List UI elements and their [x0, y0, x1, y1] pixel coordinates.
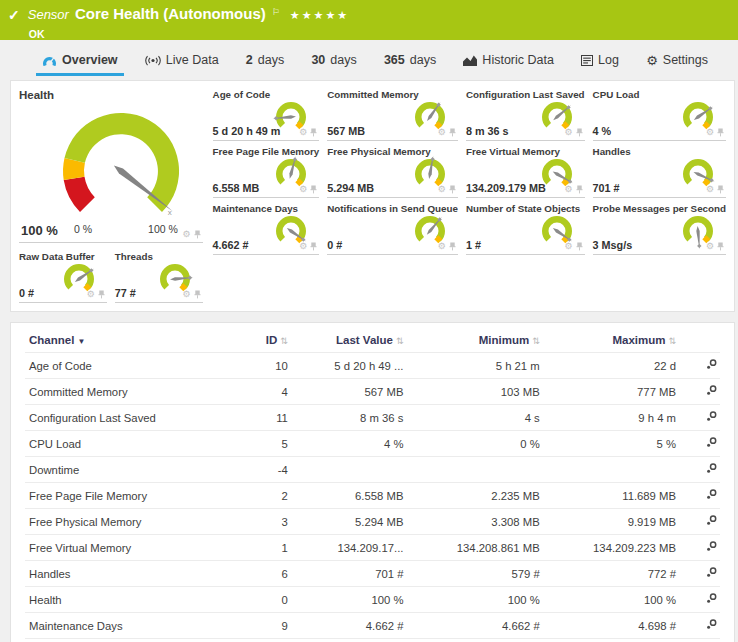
priority-stars[interactable]: ★★★★★ [290, 7, 349, 25]
channel-value: 4 % [593, 125, 612, 137]
channel-maximum: 100 % [544, 587, 680, 613]
gauge-tile-threads[interactable]: Threads77 #⚙ [115, 251, 203, 303]
flag-icon[interactable]: ⚐ [272, 3, 280, 21]
tab-historic-data[interactable]: Historic Data [457, 46, 560, 76]
column-header-id[interactable]: ID⇅ [247, 327, 292, 353]
column-header-channel[interactable]: Channel▼ [25, 327, 247, 353]
gauge-tile-handles[interactable]: Handles701 #⚙ [593, 146, 726, 198]
tab-settings[interactable]: ⚙Settings [640, 46, 714, 76]
channel-minimum: 3.308 MB [407, 509, 543, 535]
edit-channel-icon[interactable] [705, 436, 718, 449]
column-header-last-value[interactable]: Last Value⇅ [292, 327, 408, 353]
table-row-free-physical-memory[interactable]: Free Physical Memory35.294 MB3.308 MB9.9… [25, 509, 720, 535]
edit-channel-cell [680, 405, 720, 431]
table-row-configuration-last-saved[interactable]: Configuration Last Saved118 m 36 s4 s9 h… [25, 405, 720, 431]
channel-id: -4 [247, 457, 292, 483]
tab-365-days[interactable]: 365 days [378, 46, 442, 76]
table-row-free-page-file-memory[interactable]: Free Page File Memory26.558 MB2.235 MB11… [25, 483, 720, 509]
column-header-maximum[interactable]: Maximum⇅ [544, 327, 680, 353]
gauge-tile-probe-messages-per-second[interactable]: Probe Messages per Second3 Msg/s⚙ [593, 203, 726, 255]
edit-channel-icon[interactable] [705, 592, 718, 605]
edit-channel-cell [680, 561, 720, 587]
mini-gauge [265, 97, 315, 137]
table-row-downtime[interactable]: Downtime-4 [25, 457, 720, 483]
channels-panel: Channel▼ID⇅Last Value⇅Minimum⇅Maximum⇅ A… [10, 322, 735, 642]
edit-channel-icon[interactable] [705, 618, 718, 631]
gauge-tile-health[interactable]: Health x0 %100 % 100 % ⚙ [19, 89, 203, 243]
log-icon [581, 55, 593, 66]
gauge-tile-free-page-file-memory[interactable]: Free Page File Memory6.558 MB⚙ [213, 146, 320, 198]
tab-30-days[interactable]: 30 days [305, 46, 362, 76]
edit-channel-icon[interactable] [705, 540, 718, 553]
pin-icon[interactable] [194, 230, 201, 239]
channel-name: Free Page File Memory [25, 483, 247, 509]
channel-last-value: 567 MB [292, 379, 408, 405]
channel-title: Configuration Last Saved [466, 89, 585, 100]
channel-name: Handles [25, 561, 247, 587]
gauge-tile-free-virtual-memory[interactable]: Free Virtual Memory134.209.179 MB⚙ [466, 146, 585, 198]
gauge-tile-age-of-code[interactable]: Age of Code5 d 20 h 49 m⚙ [213, 89, 320, 141]
gauge-tile-cpu-load[interactable]: CPU Load4 %⚙ [593, 89, 726, 141]
edit-channel-icon[interactable] [705, 358, 718, 371]
table-row-free-virtual-memory[interactable]: Free Virtual Memory1134.209.17...134.208… [25, 535, 720, 561]
mini-gauge [531, 154, 581, 194]
channel-title: Free Page File Memory [213, 146, 320, 157]
channel-title: Notifications in Send Queue [327, 203, 458, 214]
edit-channel-icon[interactable] [705, 462, 718, 475]
channel-id: 11 [247, 405, 292, 431]
edit-channel-cell [680, 483, 720, 509]
channel-value: 0 # [327, 239, 342, 251]
tab-log[interactable]: Log [575, 46, 625, 76]
object-kind-label: Sensor [28, 6, 69, 24]
channel-name: Free Physical Memory [25, 509, 247, 535]
channel-last-value: 8 m 36 s [292, 405, 408, 431]
column-label: Minimum [479, 334, 529, 346]
table-row-cpu-load[interactable]: CPU Load54 %0 %5 % [25, 431, 720, 457]
mini-gauge [53, 259, 103, 299]
gear-icon[interactable]: ⚙ [182, 230, 190, 239]
tab-2-days[interactable]: 2 days [240, 46, 290, 76]
channel-title: Committed Memory [327, 89, 458, 100]
edit-channel-icon[interactable] [705, 410, 718, 423]
table-row-notifications-in-send-queue[interactable]: Notifications in Send Queue130 #0 #0 # [25, 639, 720, 642]
channel-id: 2 [247, 483, 292, 509]
channel-minimum: 134.208.861 MB [407, 535, 543, 561]
table-row-maintenance-days[interactable]: Maintenance Days94.662 #4.662 #4.698 # [25, 613, 720, 639]
channel-id: 0 [247, 587, 292, 613]
mini-gauge-grid: Age of Code5 d 20 h 49 m⚙Committed Memor… [213, 89, 726, 303]
sort-icon: ⇅ [396, 336, 404, 346]
channel-last-value: 100 % [292, 587, 408, 613]
channel-minimum: 0 % [407, 431, 543, 457]
edit-channel-icon[interactable] [705, 384, 718, 397]
table-row-age-of-code[interactable]: Age of Code105 d 20 h 49 ...5 h 21 m22 d [25, 353, 720, 379]
gauge-tile-raw-data-buffer[interactable]: Raw Data Buffer0 #⚙ [19, 251, 107, 303]
column-header-minimum[interactable]: Minimum⇅ [407, 327, 543, 353]
gauge-tile-committed-memory[interactable]: Committed Memory567 MB⚙ [327, 89, 458, 141]
column-label: Channel [29, 334, 74, 346]
channel-maximum: 9.919 MB [544, 509, 680, 535]
edit-channel-icon[interactable] [705, 514, 718, 527]
channel-id: 3 [247, 509, 292, 535]
sort-icon: ⇅ [280, 336, 288, 346]
mini-gauge [265, 211, 315, 251]
edit-channel-cell [680, 353, 720, 379]
tab-overview[interactable]: Overview [36, 46, 124, 76]
gauge-tile-free-physical-memory[interactable]: Free Physical Memory5.294 MB⚙ [327, 146, 458, 198]
channel-last-value: 5 d 20 h 49 ... [292, 353, 408, 379]
channel-last-value: 5.294 MB [292, 509, 408, 535]
channel-last-value: 134.209.17... [292, 535, 408, 561]
channel-value: 701 # [593, 182, 620, 194]
edit-channel-icon[interactable] [705, 488, 718, 501]
gauge-tile-configuration-last-saved[interactable]: Configuration Last Saved8 m 36 s⚙ [466, 89, 585, 141]
gauge-tile-maintenance-days[interactable]: Maintenance Days4.662 #⚙ [213, 203, 320, 255]
gauge-tile-notifications-in-send-queue[interactable]: Notifications in Send Queue0 #⚙ [327, 203, 458, 255]
edit-channel-icon[interactable] [705, 566, 718, 579]
table-row-committed-memory[interactable]: Committed Memory4567 MB103 MB777 MB [25, 379, 720, 405]
gauge-tile-number-of-state-objects[interactable]: Number of State Objects1 #⚙ [466, 203, 585, 255]
table-row-handles[interactable]: Handles6701 #579 #772 # [25, 561, 720, 587]
channel-maximum: 0 # [544, 639, 680, 642]
tab-label: Live Data [166, 53, 219, 67]
table-row-health[interactable]: Health0100 %100 %100 % [25, 587, 720, 613]
tab-live-data[interactable]: Live Data [139, 46, 225, 76]
channel-value: 6.558 MB [213, 182, 260, 194]
